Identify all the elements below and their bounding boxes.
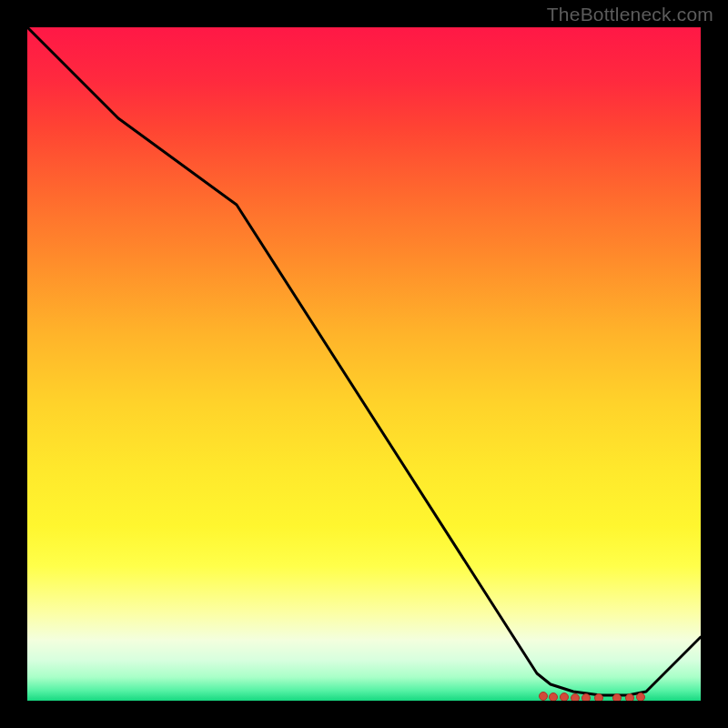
marker-dot [571,694,580,702]
plot-area [27,27,701,701]
marker-dot [540,693,548,701]
watermark-text: TheBottleneck.com [547,4,713,25]
data-curve [27,27,701,695]
chart-svg [27,27,701,701]
marker-dot [582,694,591,702]
marker-dot [561,693,569,702]
marker-dot [626,694,634,702]
marker-dot [595,694,603,702]
marker-dot [637,693,645,702]
marker-dot [613,694,622,702]
marker-dot [550,693,558,702]
chart-stage: TheBottleneck.com [0,0,728,728]
curve-layer [27,27,701,695]
